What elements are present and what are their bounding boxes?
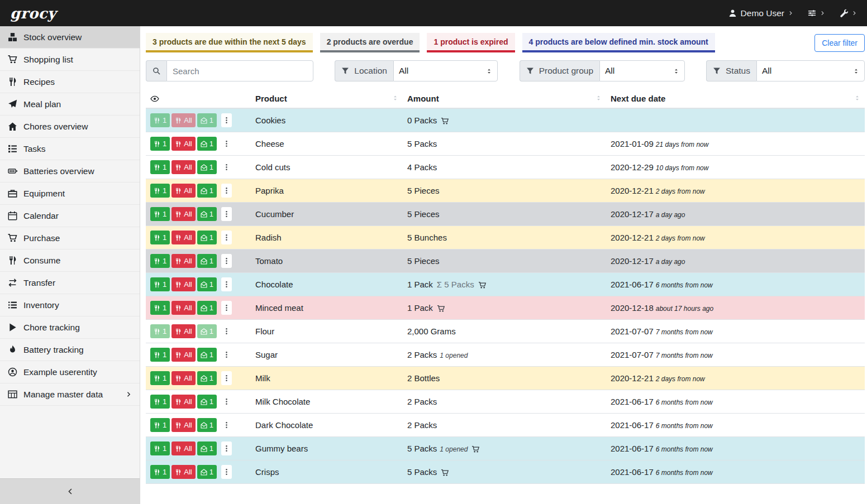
consume-one-button[interactable]: 1 xyxy=(150,184,170,198)
consume-one-button[interactable]: 1 xyxy=(150,441,170,455)
row-menu-button[interactable] xyxy=(221,395,232,409)
row-menu-button[interactable] xyxy=(221,184,232,198)
row-menu-button[interactable] xyxy=(221,254,232,268)
consume-all-button[interactable]: All xyxy=(172,277,195,291)
open-one-button[interactable]: 1 xyxy=(197,231,217,244)
row-menu-button[interactable] xyxy=(221,137,232,151)
open-one-button[interactable]: 1 xyxy=(197,371,217,385)
row-menu-button[interactable] xyxy=(221,371,232,385)
row-menu-button[interactable] xyxy=(221,207,232,221)
sidebar-item-meal-plan[interactable]: Meal plan xyxy=(0,93,140,116)
open-one-button[interactable]: 1 xyxy=(197,184,217,198)
location-select[interactable]: All xyxy=(393,60,498,81)
eye-icon[interactable] xyxy=(150,94,159,103)
sidebar-item-equipment[interactable]: Equipment xyxy=(0,183,140,205)
consume-all-button[interactable]: All xyxy=(172,371,195,385)
consume-one-button[interactable]: 1 xyxy=(150,160,170,174)
status-select[interactable]: All xyxy=(756,60,865,81)
sidebar-item-calendar[interactable]: Calendar xyxy=(0,205,140,227)
sidebar-item-battery-tracking[interactable]: Battery tracking xyxy=(0,339,140,361)
row-menu-button[interactable] xyxy=(221,418,232,432)
cart-icon[interactable] xyxy=(478,281,487,289)
open-one-button[interactable]: 1 xyxy=(197,277,217,291)
consume-one-button[interactable]: 1 xyxy=(150,231,170,244)
app-logo[interactable]: grocy xyxy=(10,5,56,22)
row-menu-button[interactable] xyxy=(221,441,232,455)
consume-all-button[interactable]: All xyxy=(172,231,195,244)
consume-all-button[interactable]: All xyxy=(172,301,195,315)
consume-one-button[interactable]: 1 xyxy=(150,113,170,127)
consume-all-button[interactable]: All xyxy=(172,465,195,479)
consume-one-button[interactable]: 1 xyxy=(150,207,170,221)
consume-all-button[interactable]: All xyxy=(172,113,195,127)
open-one-button[interactable]: 1 xyxy=(197,113,217,127)
sidebar-item-chore-tracking[interactable]: Chore tracking xyxy=(0,316,140,339)
sidebar-item-recipes[interactable]: Recipes xyxy=(0,71,140,93)
cart-icon[interactable] xyxy=(437,305,445,313)
open-one-button[interactable]: 1 xyxy=(197,441,217,455)
row-menu-button[interactable] xyxy=(221,348,232,362)
open-one-button[interactable]: 1 xyxy=(197,301,217,315)
open-one-button[interactable]: 1 xyxy=(197,207,217,221)
open-one-button[interactable]: 1 xyxy=(197,418,217,432)
open-one-button[interactable]: 1 xyxy=(197,137,217,151)
consume-all-button[interactable]: All xyxy=(172,184,195,198)
row-menu-button[interactable] xyxy=(221,277,232,291)
cart-icon[interactable] xyxy=(441,469,449,477)
column-header-product[interactable]: Product xyxy=(251,89,403,108)
sidebar-item-transfer[interactable]: Transfer xyxy=(0,272,140,294)
cart-icon[interactable] xyxy=(441,117,449,125)
open-one-button[interactable]: 1 xyxy=(197,465,217,479)
row-menu-button[interactable] xyxy=(221,324,232,338)
sidebar-item-manage-master-data[interactable]: Manage master data xyxy=(0,383,140,406)
consume-all-button[interactable]: All xyxy=(172,395,195,409)
column-header-next-due-date[interactable]: Next due date xyxy=(606,89,865,108)
sort-icon[interactable] xyxy=(596,94,602,102)
admin-menu[interactable] xyxy=(840,9,857,17)
sidebar-item-stock-overview[interactable]: Stock overview xyxy=(0,26,140,49)
consume-one-button[interactable]: 1 xyxy=(150,277,170,291)
consume-all-button[interactable]: All xyxy=(172,441,195,455)
search-input[interactable] xyxy=(166,60,313,81)
row-menu-button[interactable] xyxy=(221,465,232,479)
sidebar-item-chores-overview[interactable]: Chores overview xyxy=(0,116,140,138)
consume-all-button[interactable]: All xyxy=(172,254,195,268)
open-one-button[interactable]: 1 xyxy=(197,324,217,338)
consume-one-button[interactable]: 1 xyxy=(150,418,170,432)
sidebar-item-example-userentity[interactable]: Example userentity xyxy=(0,361,140,383)
sidebar-item-purchase[interactable]: Purchase xyxy=(0,227,140,249)
sidebar-item-batteries-overview[interactable]: Batteries overview xyxy=(0,160,140,183)
consume-one-button[interactable]: 1 xyxy=(150,254,170,268)
sort-icon[interactable] xyxy=(392,94,398,102)
consume-all-button[interactable]: All xyxy=(172,418,195,432)
row-menu-button[interactable] xyxy=(221,301,232,315)
row-menu-button[interactable] xyxy=(221,113,232,127)
open-one-button[interactable]: 1 xyxy=(197,254,217,268)
consume-one-button[interactable]: 1 xyxy=(150,465,170,479)
open-one-button[interactable]: 1 xyxy=(197,348,217,362)
open-one-button[interactable]: 1 xyxy=(197,160,217,174)
consume-all-button[interactable]: All xyxy=(172,160,195,174)
consume-all-button[interactable]: All xyxy=(172,207,195,221)
cart-icon[interactable] xyxy=(471,445,480,453)
sidebar-collapse-button[interactable] xyxy=(0,478,140,504)
sidebar-item-consume[interactable]: Consume xyxy=(0,249,140,272)
consume-all-button[interactable]: All xyxy=(172,324,195,338)
consume-one-button[interactable]: 1 xyxy=(150,348,170,362)
consume-one-button[interactable]: 1 xyxy=(150,137,170,151)
sidebar-item-shopping-list[interactable]: Shopping list xyxy=(0,49,140,71)
sidebar-item-inventory[interactable]: Inventory xyxy=(0,294,140,316)
consume-one-button[interactable]: 1 xyxy=(150,395,170,409)
consume-all-button[interactable]: All xyxy=(172,137,195,151)
clear-filter-button[interactable]: Clear filter xyxy=(814,34,865,52)
column-header-amount[interactable]: Amount xyxy=(403,89,606,108)
product-group-select[interactable]: All xyxy=(599,60,685,81)
row-menu-button[interactable] xyxy=(221,231,232,244)
consume-one-button[interactable]: 1 xyxy=(150,324,170,338)
consume-one-button[interactable]: 1 xyxy=(150,301,170,315)
row-menu-button[interactable] xyxy=(221,160,232,174)
user-menu[interactable]: Demo User xyxy=(728,8,793,18)
consume-one-button[interactable]: 1 xyxy=(150,371,170,385)
sidebar-item-tasks[interactable]: Tasks xyxy=(0,138,140,160)
settings-menu[interactable] xyxy=(808,9,825,17)
